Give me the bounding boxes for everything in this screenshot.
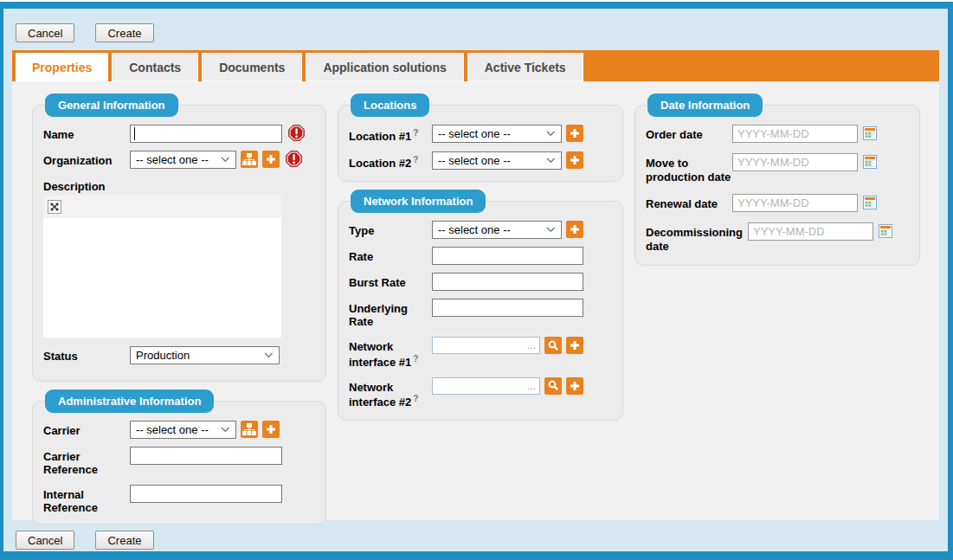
- plus-icon: [570, 381, 580, 391]
- network-interface2-add-button[interactable]: [566, 377, 583, 395]
- carrier-hierarchy-button[interactable]: [241, 421, 258, 438]
- maximize-editor-button[interactable]: [48, 200, 61, 214]
- network-interface2-search-button[interactable]: [544, 377, 562, 395]
- carrier-reference-input[interactable]: [130, 447, 282, 465]
- status-row: Status Production: [43, 346, 315, 364]
- tab-bar: Properties Contacts Documents Applicatio…: [12, 50, 939, 81]
- underlying-rate-row: Underlying Rate: [349, 299, 612, 329]
- maximize-icon: [48, 201, 61, 213]
- location1-label: Location #1?: [349, 125, 432, 144]
- name-input[interactable]: [130, 125, 282, 143]
- description-label: Description: [43, 177, 315, 194]
- type-add-button[interactable]: [566, 221, 583, 238]
- plus-icon: [570, 128, 580, 138]
- section-title: Date Information: [647, 93, 763, 117]
- decommissioning-date-input[interactable]: [748, 222, 873, 241]
- calendar-icon: [863, 126, 877, 140]
- help-icon: ?: [413, 128, 418, 138]
- footer-toolbar: Cancel Create: [16, 531, 948, 550]
- location1-select[interactable]: -- select one --: [432, 125, 562, 143]
- sitemap-icon: [242, 423, 256, 435]
- organization-hierarchy-button[interactable]: [241, 151, 258, 168]
- underlying-rate-label: Underlying Rate: [349, 299, 432, 329]
- carrier-label: Carrier: [43, 421, 130, 438]
- order-date-label: Order date: [646, 125, 732, 142]
- decommissioning-date-row: Decommissioning date: [646, 222, 909, 253]
- tab-properties[interactable]: Properties: [16, 53, 108, 81]
- tab-contacts[interactable]: Contacts: [112, 53, 198, 81]
- carrier-add-button[interactable]: [262, 421, 280, 438]
- carrier-select[interactable]: -- select one --: [130, 421, 236, 439]
- sitemap-icon: [242, 153, 256, 165]
- calendar-icon: [863, 155, 877, 169]
- location2-select[interactable]: -- select one --: [432, 151, 562, 170]
- status-select[interactable]: Production: [130, 346, 280, 364]
- required-warning-icon: [286, 151, 302, 167]
- cancel-button-bottom[interactable]: Cancel: [16, 531, 74, 550]
- help-icon: ?: [413, 155, 418, 164]
- organization-select[interactable]: -- select one --: [130, 151, 236, 169]
- internal-reference-label: Internal Reference: [43, 485, 130, 515]
- plus-icon: [570, 340, 580, 351]
- chevron-down-icon: [546, 131, 556, 137]
- chevron-down-icon: [264, 352, 274, 358]
- rate-input[interactable]: [432, 247, 583, 265]
- burst-rate-input[interactable]: [432, 273, 583, 291]
- organization-add-button[interactable]: [262, 151, 280, 168]
- order-date-input[interactable]: [732, 125, 858, 143]
- underlying-rate-input[interactable]: [432, 299, 583, 317]
- header-toolbar: Cancel Create: [16, 23, 948, 42]
- chevron-down-icon: [221, 157, 230, 163]
- type-select[interactable]: -- select one --: [432, 221, 562, 239]
- create-button[interactable]: Create: [95, 23, 153, 42]
- rate-label: Rate: [349, 247, 432, 264]
- status-label: Status: [43, 346, 130, 364]
- tab-documents[interactable]: Documents: [202, 53, 302, 81]
- renewal-date-label: Renewal date: [646, 194, 732, 211]
- section-title: Administrative Information: [45, 389, 214, 413]
- network-interface2-row: Network interface #2? ...: [349, 377, 612, 410]
- order-date-row: Order date: [646, 125, 909, 143]
- renewal-date-input[interactable]: [732, 194, 858, 212]
- carrier-reference-label: Carrier Reference: [43, 447, 130, 477]
- location2-row: Location #2? -- select one --: [349, 151, 612, 171]
- network-interface1-add-button[interactable]: [566, 337, 583, 354]
- move-to-production-date-input[interactable]: [732, 153, 858, 171]
- location2-label: Location #2?: [349, 151, 432, 171]
- renewal-date-calendar-button[interactable]: [862, 196, 877, 210]
- location1-add-button[interactable]: [566, 125, 583, 142]
- carrier-reference-row: Carrier Reference: [43, 447, 315, 477]
- order-date-calendar-button[interactable]: [862, 126, 877, 141]
- calendar-icon: [863, 196, 877, 209]
- network-interface1-input[interactable]: ...: [432, 337, 540, 354]
- organization-label: Organization: [43, 151, 130, 168]
- section-title: Network Information: [351, 190, 486, 213]
- network-interface1-search-button[interactable]: [544, 337, 562, 354]
- name-row: Name: [43, 125, 315, 143]
- text-caret: [134, 127, 135, 140]
- section-title: Locations: [351, 93, 429, 117]
- administrative-information-section: Administrative Information Carrier -- se…: [32, 401, 326, 525]
- network-interface2-label: Network interface #2?: [349, 377, 432, 410]
- type-label: Type: [349, 221, 432, 238]
- internal-reference-input[interactable]: [130, 485, 282, 503]
- decommissioning-date-label: Decommissioning date: [646, 222, 748, 253]
- decommissioning-date-calendar-button[interactable]: [878, 224, 892, 239]
- cancel-button[interactable]: Cancel: [16, 23, 74, 42]
- tab-active-tickets[interactable]: Active Tickets: [467, 53, 583, 81]
- tab-application-solutions[interactable]: Application solutions: [306, 53, 463, 81]
- location2-add-button[interactable]: [566, 151, 583, 169]
- network-interface2-input[interactable]: ...: [432, 377, 540, 395]
- move-to-production-date-calendar-button[interactable]: [862, 155, 877, 170]
- network-information-section: Network Information Type -- select one -…: [338, 201, 623, 421]
- renewal-date-row: Renewal date: [646, 194, 909, 212]
- burst-rate-label: Burst Rate: [349, 273, 432, 290]
- internal-reference-row: Internal Reference: [43, 485, 315, 515]
- plus-icon: [266, 424, 276, 434]
- description-editor-toolbar: [43, 196, 281, 218]
- create-button-bottom[interactable]: Create: [95, 531, 153, 550]
- description-input[interactable]: [43, 218, 281, 338]
- required-warning-icon: [288, 125, 305, 141]
- magnifier-icon: [548, 380, 559, 391]
- move-to-production-date-label: Move to production date: [646, 153, 732, 183]
